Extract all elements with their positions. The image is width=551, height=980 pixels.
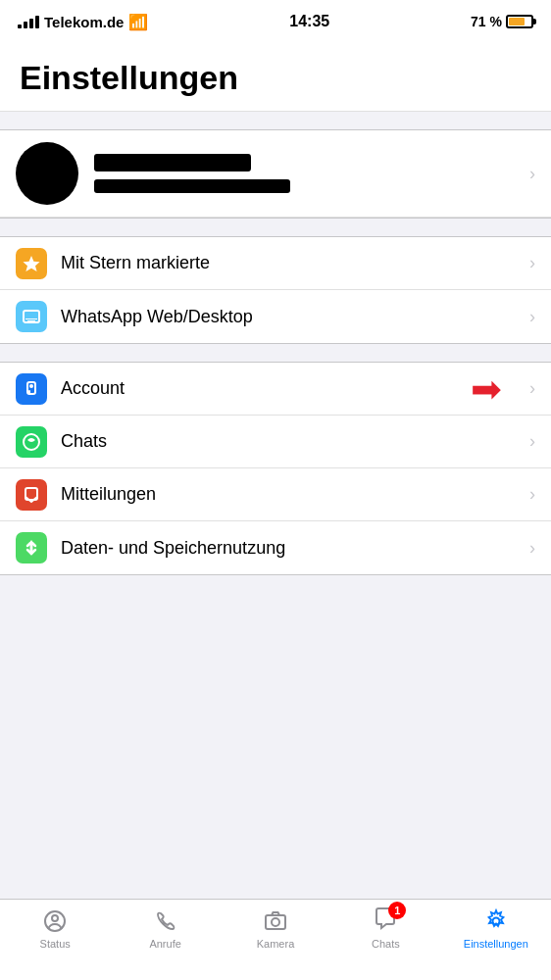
profile-chevron: › (529, 164, 535, 184)
list-item-starred[interactable]: Mit Stern markierte › (0, 237, 551, 290)
daten-chevron: › (529, 538, 535, 559)
carrier-label: Telekom.de (44, 14, 124, 30)
list-item-web[interactable]: WhatsApp Web/Desktop › (0, 290, 551, 343)
wifi-icon: 📶 (128, 13, 148, 31)
list-item-mitteilungen[interactable]: Mitteilungen › (0, 468, 551, 521)
einstellungen-tab-label: Einstellungen (464, 938, 528, 950)
daten-label: Daten- und Speichernutzung (61, 538, 522, 559)
signal-bars-icon (18, 16, 39, 28)
chats-badge-count: 1 (388, 902, 406, 919)
status-bar: Telekom.de 📶 14:35 71 % (0, 0, 551, 43)
account-label: Account (61, 378, 522, 399)
profile-info (94, 154, 522, 193)
tab-kamera[interactable]: Kamera (221, 907, 330, 950)
einstellungen-tab-icon (482, 907, 510, 935)
chats-tab-label: Chats (372, 938, 400, 950)
section-utilities: Mit Stern markierte › WhatsApp Web/Deskt… (0, 236, 551, 344)
kamera-tab-label: Kamera (257, 938, 295, 950)
status-tab-icon (41, 907, 69, 935)
tab-chats[interactable]: 1 Chats (330, 907, 440, 950)
profile-name-redacted (94, 154, 251, 172)
chats-chevron: › (529, 431, 535, 452)
svg-point-10 (52, 915, 58, 921)
tab-anrufe[interactable]: Anrufe (110, 907, 220, 950)
web-chevron: › (529, 307, 535, 327)
battery-icon (506, 15, 533, 28)
tab-bar: Status Anrufe Kamera 1 (0, 899, 551, 980)
web-label: WhatsApp Web/Desktop (61, 307, 522, 327)
list-item-account[interactable]: Account ➡ › (0, 363, 551, 416)
mitteilungen-chevron: › (529, 484, 535, 505)
kamera-tab-icon (262, 907, 289, 935)
daten-icon (16, 532, 47, 564)
status-left: Telekom.de 📶 (18, 13, 148, 31)
profile-row[interactable]: › (0, 130, 551, 218)
profile-sub-redacted (94, 179, 290, 193)
web-icon (16, 301, 47, 332)
svg-point-12 (272, 918, 279, 926)
status-right: 71 % (471, 14, 533, 29)
chats-label: Chats (61, 431, 522, 452)
list-item-chats[interactable]: Chats › (0, 416, 551, 468)
chats-badge-container: 1 (373, 906, 398, 937)
tab-einstellungen[interactable]: Einstellungen (441, 907, 551, 950)
battery-fill (509, 18, 525, 25)
svg-marker-0 (24, 256, 40, 271)
anrufe-tab-label: Anrufe (149, 938, 180, 950)
page-title: Einstellungen (0, 43, 551, 112)
section-settings: Account ➡ › Chats › Mitteilungen › (0, 362, 551, 575)
chats-icon (16, 426, 47, 458)
starred-label: Mit Stern markierte (61, 253, 522, 273)
svg-rect-3 (25, 318, 37, 319)
profile-section: › (0, 129, 551, 219)
mitteilungen-icon (16, 479, 47, 511)
chats-tab-icon: 1 (372, 907, 399, 935)
starred-icon (16, 248, 47, 279)
svg-rect-6 (28, 390, 30, 394)
account-icon (16, 373, 47, 405)
status-time: 14:35 (289, 13, 329, 30)
svg-rect-2 (27, 320, 35, 322)
tab-status[interactable]: Status (0, 907, 110, 950)
list-item-daten[interactable]: Daten- und Speichernutzung › (0, 521, 551, 574)
account-chevron: › (529, 378, 535, 399)
avatar (16, 142, 78, 205)
svg-point-5 (29, 384, 33, 388)
battery-label: 71 % (471, 14, 502, 29)
anrufe-tab-icon (152, 907, 179, 935)
mitteilungen-label: Mitteilungen (61, 484, 522, 505)
status-tab-label: Status (40, 938, 71, 950)
starred-chevron: › (529, 253, 535, 273)
